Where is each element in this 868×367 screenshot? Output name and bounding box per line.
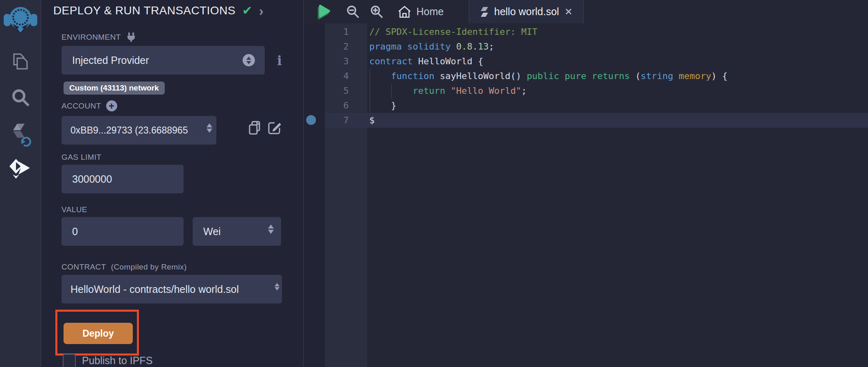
line-source: $ — [369, 113, 375, 128]
line-source: // SPDX-License-Identifier: MIT — [369, 25, 538, 39]
line-number[interactable]: 4 — [325, 69, 349, 84]
contract-sublabel: (Compiled by Remix) — [111, 263, 187, 272]
line-number[interactable]: 6 — [325, 98, 349, 113]
solidity-file-icon — [480, 7, 489, 17]
tab-home[interactable]: Home — [392, 0, 450, 23]
tab-home-label: Home — [416, 6, 444, 18]
gas-limit-label: GAS LIMIT — [61, 153, 102, 162]
code-line: 5 return "Hello World"; — [304, 84, 868, 98]
plug-icon — [126, 32, 136, 43]
line-source: pragma solidity 0.8.13; — [369, 39, 494, 54]
icon-rail — [0, 0, 41, 367]
code-line: 4 function sayHelloWorld() public pure r… — [304, 69, 868, 84]
tab-active-label: hello world.sol — [494, 6, 559, 18]
value-unit: Wei — [193, 226, 221, 238]
line-source: function sayHelloWorld() public pure ret… — [369, 69, 727, 84]
line-source: contract HelloWorld { — [369, 54, 483, 69]
info-icon[interactable]: i — [277, 53, 282, 68]
code-line: 7$ — [304, 113, 868, 128]
unit-stepper-icon[interactable] — [268, 224, 274, 234]
contract-label: CONTRACT — [61, 263, 106, 272]
code-line: 6 } — [304, 98, 868, 113]
check-icon: ✔ — [242, 3, 252, 18]
line-source: } — [369, 98, 396, 113]
edit-icon[interactable] — [267, 120, 282, 135]
deploy-run-panel: DEPLOY & RUN TRANSACTIONS ✔ › ENVIRONMEN… — [41, 0, 303, 367]
close-icon[interactable]: ✕ — [564, 6, 573, 18]
deploy-run-icon[interactable] — [0, 158, 41, 179]
remix-ide-window: DEPLOY & RUN TRANSACTIONS ✔ › ENVIRONMEN… — [0, 0, 868, 367]
copy-icon[interactable] — [248, 120, 262, 135]
tab-hello-world-sol[interactable]: hello world.sol ✕ — [469, 0, 584, 23]
zoom-in-icon[interactable] — [368, 0, 385, 23]
gas-limit-input[interactable]: 3000000 — [61, 165, 184, 193]
contract-label-row: CONTRACT (Compiled by Remix) — [61, 263, 187, 272]
network-badge: Custom (43113) network — [64, 82, 165, 95]
account-label: ACCOUNT — [61, 102, 101, 111]
line-number[interactable]: 5 — [325, 84, 349, 98]
account-label-row: ACCOUNT + — [61, 100, 117, 111]
value-label: VALUE — [61, 205, 87, 214]
play-icon[interactable] — [315, 0, 333, 23]
editor-tabbar: Home hello world.sol ✕ — [304, 0, 868, 23]
code-line: 3contract HelloWorld { — [304, 54, 868, 69]
contract-stepper-icon[interactable] — [275, 283, 279, 290]
environment-select[interactable]: Injected Provider — [61, 46, 265, 75]
line-number[interactable]: 7 — [325, 113, 349, 128]
chevron-right-icon[interactable]: › — [259, 5, 264, 17]
panel-title: DEPLOY & RUN TRANSACTIONS — [53, 4, 236, 17]
line-number[interactable]: 3 — [325, 54, 349, 69]
publish-ipfs-checkbox[interactable] — [63, 354, 76, 367]
line-number[interactable]: 2 — [325, 39, 349, 54]
value-input[interactable]: 0 — [61, 217, 184, 246]
code-editor-region: Home hello world.sol ✕ 1// SPDX-License-… — [303, 0, 868, 367]
account-select[interactable]: 0xBB9...29733 (23.6688965 — [61, 116, 216, 145]
code-line: 2pragma solidity 0.8.13; — [304, 39, 868, 54]
environment-stepper-icon[interactable] — [243, 54, 255, 66]
home-icon — [398, 5, 411, 18]
line-number[interactable]: 1 — [325, 25, 349, 39]
file-explorer-icon[interactable] — [0, 52, 41, 71]
environment-label: ENVIRONMENT — [61, 33, 121, 42]
panel-header: DEPLOY & RUN TRANSACTIONS ✔ › — [53, 3, 264, 18]
search-icon[interactable] — [0, 88, 41, 107]
value-amount: 0 — [61, 226, 78, 238]
deploy-button[interactable]: Deploy — [64, 323, 133, 344]
code-line: 1// SPDX-License-Identifier: MIT — [304, 25, 868, 39]
account-stepper-icon[interactable] — [207, 123, 212, 133]
gas-limit-value: 3000000 — [61, 173, 112, 185]
publish-ipfs-label: Publish to IPFS — [82, 355, 152, 367]
zoom-out-icon[interactable] — [345, 0, 361, 23]
environment-label-row: ENVIRONMENT — [61, 32, 136, 43]
environment-value: Injected Provider — [61, 54, 149, 66]
plus-icon[interactable]: + — [106, 100, 117, 111]
value-unit-select[interactable]: Wei — [193, 217, 281, 246]
contract-value: HelloWorld - contracts/hello world.sol — [61, 283, 239, 295]
solidity-compiler-icon[interactable] — [0, 123, 41, 148]
line-source: return "Hello World"; — [369, 84, 527, 98]
contract-select[interactable]: HelloWorld - contracts/hello world.sol — [61, 275, 282, 304]
remix-logo[interactable] — [0, 2, 41, 37]
account-value: 0xBB9...29733 (23.6688965 — [61, 125, 188, 136]
